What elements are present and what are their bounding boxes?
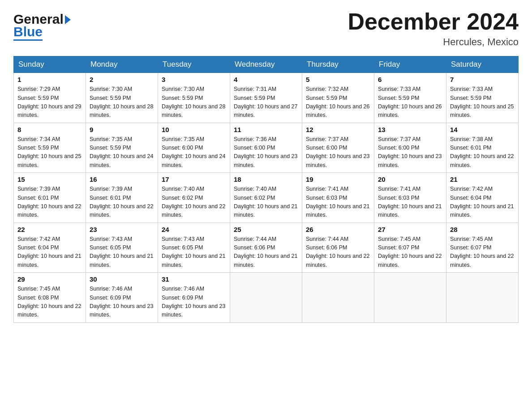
day-info: Sunrise: 7:35 AMSunset: 5:59 PMDaylight:… bbox=[90, 136, 153, 168]
column-header-friday: Friday bbox=[374, 56, 446, 73]
day-number: 23 bbox=[90, 226, 154, 233]
day-info: Sunrise: 7:43 AMSunset: 6:05 PMDaylight:… bbox=[162, 236, 225, 268]
title-area: December 2024 Hercules, Mexico bbox=[348, 9, 519, 48]
calendar-cell: 20 Sunrise: 7:41 AMSunset: 6:03 PMDaylig… bbox=[374, 173, 446, 223]
calendar-cell: 7 Sunrise: 7:33 AMSunset: 5:59 PMDayligh… bbox=[446, 73, 519, 123]
calendar-cell bbox=[446, 273, 519, 323]
calendar-cell: 25 Sunrise: 7:44 AMSunset: 6:06 PMDaylig… bbox=[230, 223, 302, 273]
page-header: General Blue December 2024 Hercules, Mex… bbox=[13, 9, 519, 48]
column-header-sunday: Sunday bbox=[14, 56, 86, 73]
calendar-cell: 30 Sunrise: 7:46 AMSunset: 6:09 PMDaylig… bbox=[86, 273, 158, 323]
day-number: 31 bbox=[162, 275, 226, 283]
logo: General Blue bbox=[13, 9, 71, 41]
day-info: Sunrise: 7:45 AMSunset: 6:07 PMDaylight:… bbox=[378, 236, 442, 268]
day-number: 26 bbox=[306, 226, 370, 233]
column-header-wednesday: Wednesday bbox=[230, 56, 302, 73]
day-number: 11 bbox=[234, 126, 298, 133]
calendar-week-row: 29 Sunrise: 7:45 AMSunset: 6:08 PMDaylig… bbox=[14, 273, 519, 323]
column-header-thursday: Thursday bbox=[302, 56, 374, 73]
day-info: Sunrise: 7:30 AMSunset: 5:59 PMDaylight:… bbox=[162, 86, 225, 118]
calendar-cell: 13 Sunrise: 7:37 AMSunset: 6:00 PMDaylig… bbox=[374, 123, 446, 173]
calendar-cell: 17 Sunrise: 7:40 AMSunset: 6:02 PMDaylig… bbox=[158, 173, 230, 223]
day-number: 7 bbox=[450, 76, 515, 83]
calendar-cell: 9 Sunrise: 7:35 AMSunset: 5:59 PMDayligh… bbox=[86, 123, 158, 173]
calendar-cell: 15 Sunrise: 7:39 AMSunset: 6:01 PMDaylig… bbox=[14, 173, 86, 223]
calendar-cell bbox=[230, 273, 302, 323]
day-info: Sunrise: 7:40 AMSunset: 6:02 PMDaylight:… bbox=[234, 186, 297, 218]
calendar-cell: 26 Sunrise: 7:44 AMSunset: 6:06 PMDaylig… bbox=[302, 223, 374, 273]
calendar-cell: 29 Sunrise: 7:45 AMSunset: 6:08 PMDaylig… bbox=[14, 273, 86, 323]
calendar-week-row: 22 Sunrise: 7:42 AMSunset: 6:04 PMDaylig… bbox=[14, 223, 519, 273]
day-info: Sunrise: 7:33 AMSunset: 5:59 PMDaylight:… bbox=[450, 86, 514, 118]
day-number: 5 bbox=[306, 76, 370, 83]
calendar-cell: 24 Sunrise: 7:43 AMSunset: 6:05 PMDaylig… bbox=[158, 223, 230, 273]
day-number: 17 bbox=[162, 176, 226, 183]
location: Hercules, Mexico bbox=[348, 36, 519, 48]
day-info: Sunrise: 7:44 AMSunset: 6:06 PMDaylight:… bbox=[234, 236, 297, 268]
day-number: 24 bbox=[162, 226, 226, 233]
column-header-saturday: Saturday bbox=[446, 56, 519, 73]
calendar-cell: 27 Sunrise: 7:45 AMSunset: 6:07 PMDaylig… bbox=[374, 223, 446, 273]
day-info: Sunrise: 7:42 AMSunset: 6:04 PMDaylight:… bbox=[17, 236, 81, 268]
calendar-cell bbox=[302, 273, 374, 323]
column-header-tuesday: Tuesday bbox=[158, 56, 230, 73]
day-number: 29 bbox=[17, 275, 82, 283]
calendar-cell: 19 Sunrise: 7:41 AMSunset: 6:03 PMDaylig… bbox=[302, 173, 374, 223]
day-info: Sunrise: 7:35 AMSunset: 6:00 PMDaylight:… bbox=[162, 136, 225, 168]
day-info: Sunrise: 7:41 AMSunset: 6:03 PMDaylight:… bbox=[378, 186, 442, 218]
day-number: 9 bbox=[90, 126, 154, 133]
column-header-monday: Monday bbox=[86, 56, 158, 73]
day-number: 3 bbox=[162, 76, 226, 83]
month-title: December 2024 bbox=[348, 9, 519, 34]
day-info: Sunrise: 7:46 AMSunset: 6:09 PMDaylight:… bbox=[162, 286, 225, 318]
calendar-cell: 5 Sunrise: 7:32 AMSunset: 5:59 PMDayligh… bbox=[302, 73, 374, 123]
day-info: Sunrise: 7:43 AMSunset: 6:05 PMDaylight:… bbox=[90, 236, 153, 268]
day-info: Sunrise: 7:36 AMSunset: 6:00 PMDaylight:… bbox=[234, 136, 297, 168]
calendar-cell: 10 Sunrise: 7:35 AMSunset: 6:00 PMDaylig… bbox=[158, 123, 230, 173]
calendar-cell: 2 Sunrise: 7:30 AMSunset: 5:59 PMDayligh… bbox=[86, 73, 158, 123]
day-info: Sunrise: 7:41 AMSunset: 6:03 PMDaylight:… bbox=[306, 186, 369, 218]
day-info: Sunrise: 7:29 AMSunset: 5:59 PMDaylight:… bbox=[17, 86, 81, 118]
day-number: 15 bbox=[17, 176, 82, 183]
day-info: Sunrise: 7:37 AMSunset: 6:00 PMDaylight:… bbox=[378, 136, 442, 168]
calendar-cell: 21 Sunrise: 7:42 AMSunset: 6:04 PMDaylig… bbox=[446, 173, 519, 223]
day-info: Sunrise: 7:45 AMSunset: 6:08 PMDaylight:… bbox=[17, 286, 81, 318]
calendar-cell: 14 Sunrise: 7:38 AMSunset: 6:01 PMDaylig… bbox=[446, 123, 519, 173]
day-number: 1 bbox=[17, 76, 82, 83]
calendar-cell: 16 Sunrise: 7:39 AMSunset: 6:01 PMDaylig… bbox=[86, 173, 158, 223]
calendar-cell: 1 Sunrise: 7:29 AMSunset: 5:59 PMDayligh… bbox=[14, 73, 86, 123]
day-info: Sunrise: 7:37 AMSunset: 6:00 PMDaylight:… bbox=[306, 136, 369, 168]
day-info: Sunrise: 7:40 AMSunset: 6:02 PMDaylight:… bbox=[162, 186, 225, 218]
day-info: Sunrise: 7:38 AMSunset: 6:01 PMDaylight:… bbox=[450, 136, 514, 168]
day-info: Sunrise: 7:30 AMSunset: 5:59 PMDaylight:… bbox=[90, 86, 153, 118]
day-number: 25 bbox=[234, 226, 298, 233]
day-number: 28 bbox=[450, 226, 515, 233]
calendar-cell: 3 Sunrise: 7:30 AMSunset: 5:59 PMDayligh… bbox=[158, 73, 230, 123]
day-number: 8 bbox=[17, 126, 82, 133]
day-number: 13 bbox=[378, 126, 442, 133]
calendar-cell: 4 Sunrise: 7:31 AMSunset: 5:59 PMDayligh… bbox=[230, 73, 302, 123]
calendar-cell: 22 Sunrise: 7:42 AMSunset: 6:04 PMDaylig… bbox=[14, 223, 86, 273]
day-number: 12 bbox=[306, 126, 370, 133]
calendar-week-row: 8 Sunrise: 7:34 AMSunset: 5:59 PMDayligh… bbox=[14, 123, 519, 173]
day-info: Sunrise: 7:31 AMSunset: 5:59 PMDaylight:… bbox=[234, 86, 297, 118]
calendar-cell: 18 Sunrise: 7:40 AMSunset: 6:02 PMDaylig… bbox=[230, 173, 302, 223]
day-info: Sunrise: 7:46 AMSunset: 6:09 PMDaylight:… bbox=[90, 286, 153, 318]
day-number: 14 bbox=[450, 126, 515, 133]
day-info: Sunrise: 7:42 AMSunset: 6:04 PMDaylight:… bbox=[450, 186, 514, 218]
day-info: Sunrise: 7:44 AMSunset: 6:06 PMDaylight:… bbox=[306, 236, 369, 268]
calendar-table: SundayMondayTuesdayWednesdayThursdayFrid… bbox=[13, 56, 519, 323]
day-number: 27 bbox=[378, 226, 442, 233]
day-number: 10 bbox=[162, 126, 226, 133]
day-info: Sunrise: 7:32 AMSunset: 5:59 PMDaylight:… bbox=[306, 86, 369, 118]
calendar-cell bbox=[374, 273, 446, 323]
calendar-cell: 28 Sunrise: 7:45 AMSunset: 6:07 PMDaylig… bbox=[446, 223, 519, 273]
day-info: Sunrise: 7:39 AMSunset: 6:01 PMDaylight:… bbox=[90, 186, 153, 218]
day-number: 21 bbox=[450, 176, 515, 183]
day-info: Sunrise: 7:39 AMSunset: 6:01 PMDaylight:… bbox=[17, 186, 81, 218]
calendar-header-row: SundayMondayTuesdayWednesdayThursdayFrid… bbox=[14, 56, 519, 73]
day-info: Sunrise: 7:45 AMSunset: 6:07 PMDaylight:… bbox=[450, 236, 514, 268]
calendar-cell: 23 Sunrise: 7:43 AMSunset: 6:05 PMDaylig… bbox=[86, 223, 158, 273]
day-number: 20 bbox=[378, 176, 442, 183]
calendar-week-row: 1 Sunrise: 7:29 AMSunset: 5:59 PMDayligh… bbox=[14, 73, 519, 123]
